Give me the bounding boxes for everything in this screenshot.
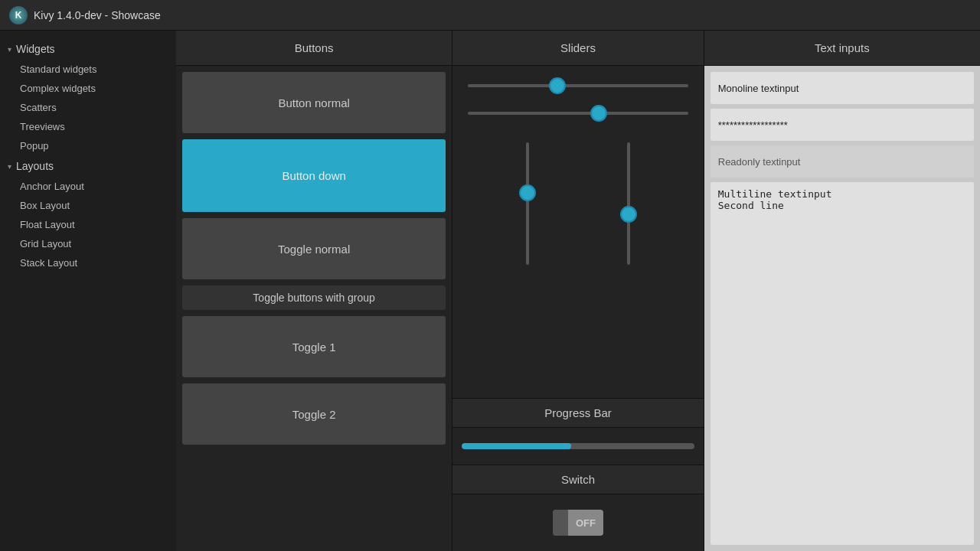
h-slider-1[interactable] [468, 84, 688, 87]
vertical-sliders-area [462, 127, 694, 280]
titlebar: K Kivy 1.4.0-dev - Showcase [0, 0, 980, 31]
switch-off-label: OFF [568, 510, 603, 536]
switch-widget[interactable]: OFF [553, 510, 603, 536]
sidebar-item-scatters[interactable]: Scatters [0, 98, 176, 117]
buttons-panel-header: Buttons [176, 31, 452, 66]
sidebar-item-complex-widgets[interactable]: Complex widgets [0, 79, 176, 98]
sidebar-item-grid-layout[interactable]: Grid Layout [0, 234, 176, 253]
multiline-textinput[interactable]: Multiline textinput Second line [710, 182, 974, 545]
chevron-down-icon: ▾ [8, 45, 11, 54]
button-down[interactable]: Button down [182, 139, 446, 212]
chevron-down-icon-layouts: ▾ [8, 162, 11, 171]
sidebar-section-layouts[interactable]: ▾ Layouts [0, 155, 176, 177]
sidebar-item-popup[interactable]: Popup [0, 136, 176, 155]
progress-header: Progress Bar [452, 398, 704, 428]
sidebar-section-widgets[interactable]: ▾ Widgets [0, 38, 176, 60]
toggle-1[interactable]: Toggle 1 [182, 316, 446, 377]
sidebar-widgets-label: Widgets [16, 43, 55, 55]
progress-bar-inner [462, 443, 571, 449]
sidebar: ▾ Widgets Standard widgets Complex widge… [0, 31, 176, 551]
password-textinput[interactable] [710, 109, 974, 141]
toggle-group-label: Toggle buttons with group [182, 285, 446, 310]
sidebar-item-treeviews[interactable]: Treeviews [0, 117, 176, 136]
textinputs-panel: Text inputs Multiline textinput Second l… [704, 31, 980, 551]
toggle-normal[interactable]: Toggle normal [182, 218, 446, 279]
switch-body: OFF [452, 494, 704, 551]
switch-section: Switch OFF [452, 465, 704, 551]
sliders-body [452, 66, 704, 398]
h-slider-2-container [462, 99, 694, 127]
v-slider-1[interactable] [526, 142, 529, 265]
progress-body [452, 428, 704, 465]
content-area: Buttons Button normal Button down Toggle… [176, 31, 980, 551]
switch-header: Switch [452, 465, 704, 494]
app-logo: K [9, 6, 28, 24]
progress-bar-outer [462, 443, 694, 449]
toggle-2[interactable]: Toggle 2 [182, 383, 446, 445]
sidebar-item-box-layout[interactable]: Box Layout [0, 196, 176, 215]
sliders-column: Sliders [452, 31, 704, 551]
readonly-textinput [710, 145, 974, 178]
h-slider-2[interactable] [468, 112, 688, 115]
monoline-textinput[interactable] [710, 72, 974, 104]
v-slider-2[interactable] [627, 142, 630, 265]
progress-section: Progress Bar [452, 398, 704, 465]
buttons-panel-body: Button normal Button down Toggle normal … [176, 66, 452, 551]
sidebar-item-stack-layout[interactable]: Stack Layout [0, 253, 176, 272]
textinputs-header: Text inputs [704, 31, 980, 66]
button-normal[interactable]: Button normal [182, 72, 446, 133]
v-slider-1-wrapper [526, 133, 529, 274]
sidebar-layouts-label: Layouts [16, 160, 54, 172]
h-slider-1-container [462, 72, 694, 99]
sliders-panel-header: Sliders [452, 31, 704, 66]
sidebar-item-anchor-layout[interactable]: Anchor Layout [0, 177, 176, 196]
textinputs-body: Multiline textinput Second line [704, 66, 980, 551]
main-layout: ▾ Widgets Standard widgets Complex widge… [0, 31, 980, 551]
sidebar-item-float-layout[interactable]: Float Layout [0, 215, 176, 234]
buttons-panel: Buttons Button normal Button down Toggle… [176, 31, 452, 551]
switch-off-half [553, 510, 568, 536]
sidebar-item-standard-widgets[interactable]: Standard widgets [0, 60, 176, 79]
app-title: Kivy 1.4.0-dev - Showcase [34, 9, 161, 21]
v-slider-2-wrapper [627, 133, 630, 274]
